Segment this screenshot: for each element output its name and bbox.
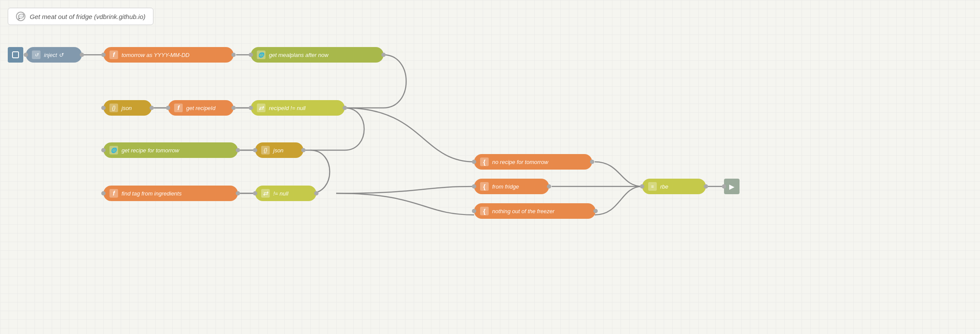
func3-label: find tag from ingredients: [122, 190, 181, 197]
switch2-input: [253, 191, 257, 195]
func1-icon: f: [109, 50, 118, 59]
template2-input: [472, 184, 476, 189]
api2-output: [236, 148, 240, 152]
inject-output: [80, 53, 84, 57]
func2-output: [231, 106, 236, 110]
rbe-input: [640, 184, 644, 189]
func2-label: get recipeId: [186, 105, 215, 111]
json1-input: [101, 106, 106, 110]
switch1-icon: ⇄: [257, 104, 265, 112]
template1-input: [472, 160, 476, 164]
switch1-node[interactable]: ⇄ recipeId != null: [251, 100, 345, 116]
switch2-label: != null: [273, 190, 288, 197]
switch2-output: [314, 191, 318, 195]
json2-label: json: [273, 147, 284, 154]
output-input: [722, 184, 726, 189]
api2-label: get recipe for tomorrow: [122, 147, 179, 154]
func3-icon: f: [109, 189, 118, 198]
rbe-output: [704, 184, 708, 189]
json1-output: [150, 106, 154, 110]
title-text: Get meat out of fridge (vdbrink.github.i…: [30, 13, 145, 20]
template3-input: [472, 209, 476, 213]
api1-output: [381, 53, 386, 57]
template3-icon: {: [480, 207, 489, 215]
json2-output: [301, 148, 306, 152]
json1-icon: {}: [109, 104, 118, 112]
switch1-output: [343, 106, 347, 110]
template1-label: no recipe for tomorrow: [492, 159, 548, 165]
api2-node[interactable]: 🌐 get recipe for tomorrow: [103, 142, 238, 158]
func1-input: [101, 53, 106, 57]
json2-icon: {}: [261, 146, 270, 154]
func3-input: [101, 191, 106, 195]
template2-node[interactable]: { from fridge: [474, 179, 549, 194]
title-bar: 💬 Get meat out of fridge (vdbrink.github…: [8, 8, 153, 25]
template1-icon: {: [480, 158, 489, 166]
switch2-icon: ⇄: [261, 189, 270, 198]
template1-output: [590, 160, 594, 164]
template2-output: [547, 184, 551, 189]
func1-node[interactable]: f tomorrow as YYYY-MM-DD: [103, 47, 234, 63]
func2-node[interactable]: f get recipeId: [168, 100, 234, 116]
template3-label: nothing out of the freezer: [492, 208, 555, 214]
template1-node[interactable]: { no recipe for tomorrow: [474, 154, 592, 170]
json1-node[interactable]: {} json: [103, 100, 152, 116]
func3-output: [236, 191, 240, 195]
inject-icon: ↺: [32, 50, 41, 59]
template3-node[interactable]: { nothing out of the freezer: [474, 203, 596, 219]
flow-canvas: 💬 Get meat out of fridge (vdbrink.github…: [0, 0, 980, 334]
api2-icon: 🌐: [109, 146, 118, 154]
svg-rect-0: [12, 52, 19, 58]
template2-label: from fridge: [492, 183, 519, 190]
switch2-node[interactable]: ⇄ != null: [255, 186, 316, 201]
api1-icon: 🌐: [257, 50, 265, 59]
inject-input: [24, 53, 28, 57]
api2-input: [101, 148, 106, 152]
func2-icon: f: [174, 104, 183, 112]
template3-output: [593, 209, 598, 213]
template2-icon: {: [480, 182, 489, 191]
switch1-label: recipeId != null: [269, 105, 306, 111]
func2-input: [166, 106, 170, 110]
api1-input: [249, 53, 253, 57]
json2-node[interactable]: {} json: [255, 142, 303, 158]
switch1-input: [249, 106, 253, 110]
func1-output: [231, 53, 236, 57]
json2-input: [253, 148, 257, 152]
output-node[interactable]: ▶: [724, 179, 740, 194]
func3-node[interactable]: f find tag from ingredients: [103, 186, 238, 201]
inject-node[interactable]: ↺ inject ↺: [26, 47, 82, 63]
json1-label: json: [122, 105, 132, 111]
chat-icon: 💬: [16, 12, 25, 21]
api1-label: get mealplans after now: [269, 52, 328, 58]
rbe-node[interactable]: ≡ rbe: [642, 179, 706, 194]
api1-node[interactable]: 🌐 get mealplans after now: [251, 47, 384, 63]
rbe-icon: ≡: [648, 182, 657, 191]
inject-square-node[interactable]: [8, 47, 23, 63]
rbe-label: rbe: [660, 183, 668, 190]
func1-label: tomorrow as YYYY-MM-DD: [122, 52, 190, 58]
inject-label: inject ↺: [44, 52, 63, 58]
